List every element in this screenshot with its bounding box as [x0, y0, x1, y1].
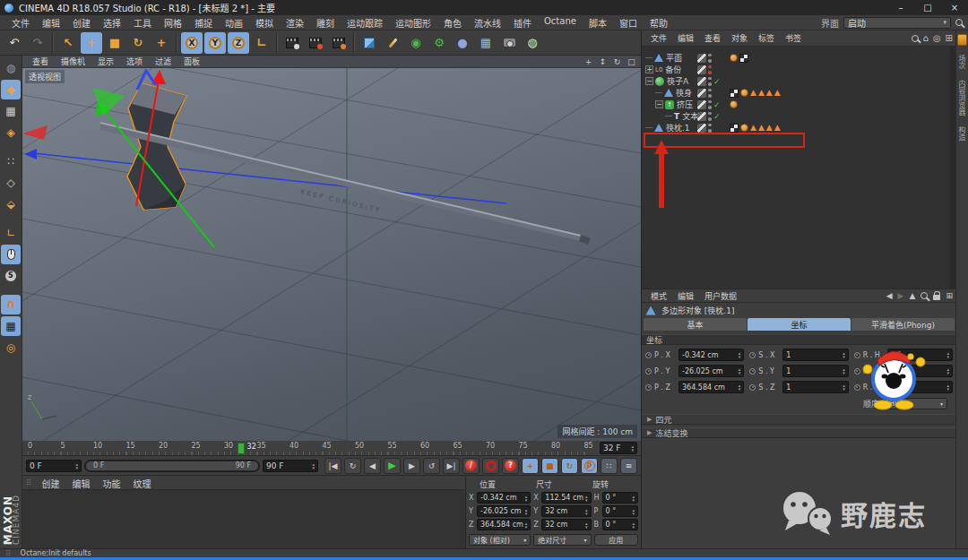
polygons-mode-icon[interactable]: ⬙ — [1, 194, 21, 214]
texture-tag-icon[interactable] — [730, 89, 739, 98]
spinner-icon[interactable]: ▴▾ — [737, 367, 741, 375]
menubar-item-7[interactable]: 动画 — [219, 16, 249, 30]
value-field[interactable]: -0.342 cm▴▾ — [678, 349, 744, 361]
menubar-item-19[interactable]: 帮助 — [644, 16, 674, 30]
tree-item-3[interactable]: 筷身▲▲▲▲ — [642, 87, 956, 99]
edit-tag-icon[interactable] — [697, 100, 706, 109]
keyframe-dot-icon[interactable] — [749, 368, 756, 375]
workplane-lock-icon[interactable]: ▦ — [1, 316, 21, 336]
lock-icon[interactable] — [933, 295, 940, 300]
viewport-menu-item-1[interactable]: 摄像机 — [55, 56, 91, 67]
value-field[interactable]: 0 °▴▾ — [602, 505, 638, 517]
home-icon[interactable]: ⌂ — [923, 33, 929, 43]
menubar-item-4[interactable]: 工具 — [127, 16, 158, 30]
attribute-tab-0[interactable]: 基本 — [644, 318, 747, 331]
spinner-icon[interactable]: ▴▾ — [523, 521, 528, 529]
undo-icon[interactable]: ↶ — [4, 32, 25, 54]
search-icon[interactable] — [912, 35, 919, 42]
viewport-solo-icon[interactable]: S — [1, 266, 21, 286]
record-keyframe-button[interactable]: / — [462, 458, 480, 474]
object-manager-menu-item-0[interactable]: 文件 — [645, 32, 672, 44]
render-settings-icon[interactable] — [328, 32, 350, 54]
attribute-tab-2[interactable]: 平滑着色(Phong) — [851, 318, 955, 331]
render-view-icon[interactable] — [281, 32, 303, 54]
add-camera-icon[interactable] — [498, 32, 520, 54]
collapsed-section-1[interactable]: ▶冻结变换 — [642, 427, 956, 438]
selection-tag-icon[interactable]: ▲ — [766, 89, 773, 97]
selection-tag-icon[interactable]: ▲ — [758, 124, 765, 132]
last-tool-icon[interactable]: + — [151, 32, 172, 54]
spinner-icon[interactable]: ▴▾ — [945, 367, 949, 375]
enabled-check-icon[interactable]: ✓ — [713, 112, 721, 121]
spinner-icon[interactable]: ▴▾ — [737, 383, 741, 391]
value-field[interactable]: 364.584 cm▴▾ — [477, 519, 531, 530]
menubar-item-0[interactable]: 文件 — [5, 16, 36, 30]
viewport-menu-item-5[interactable]: 面板 — [177, 56, 206, 67]
workplane-mode-icon[interactable]: ◈ — [1, 123, 21, 142]
menubar-item-3[interactable]: 选择 — [97, 16, 127, 30]
texture-tag-icon[interactable] — [739, 54, 748, 63]
viewport-menu-item-0[interactable]: 查看 — [26, 56, 55, 67]
interface-select[interactable]: 启动 ▾ — [843, 17, 951, 29]
goto-start-button[interactable]: |◀ — [324, 458, 341, 474]
material-menu-item-1[interactable]: 编辑 — [66, 477, 97, 490]
selection-tag-icon[interactable]: ▲ — [750, 89, 756, 97]
visibility-dots-icon[interactable] — [708, 100, 712, 109]
rotate-tool-icon[interactable]: ↻ — [127, 32, 149, 54]
attribute-tab-1[interactable]: 坐标 — [748, 318, 851, 331]
menubar-item-14[interactable]: 流水线 — [468, 16, 507, 30]
attribute-menu-item-1[interactable]: 编辑 — [672, 290, 699, 302]
current-frame-field[interactable]: 32 F ▴▾ — [600, 442, 637, 454]
expand-toggle-icon[interactable]: − — [645, 77, 653, 85]
minimize-button[interactable]: – — [887, 0, 914, 15]
edit-tag-icon[interactable] — [697, 112, 706, 121]
enabled-check-icon[interactable]: ✓ — [713, 100, 721, 109]
viewport-canvas[interactable]: KEEP CURIOSITY z 透视视图 网格间距 : 100 cm — [22, 68, 641, 441]
selection-tag-icon[interactable]: ▲ — [774, 124, 781, 132]
edit-tag-icon[interactable] — [697, 65, 706, 74]
redo-icon[interactable]: ↷ — [27, 32, 48, 54]
enabled-check-icon[interactable]: ✓ — [713, 77, 721, 86]
keyframe-selection-button[interactable]: ? — [502, 458, 519, 474]
menubar-item-11[interactable]: 运动跟踪 — [341, 16, 389, 30]
menubar-item-10[interactable]: 雕刻 — [310, 16, 341, 30]
history-forward-icon[interactable]: ▶ — [898, 291, 904, 300]
edges-mode-icon[interactable]: ◇ — [1, 173, 21, 193]
tree-item-5[interactable]: T文本✓ — [642, 110, 956, 122]
menubar-item-9[interactable]: 渲染 — [280, 16, 310, 30]
frame-range-slider[interactable]: 0 F 90 F — [84, 460, 260, 472]
play-forward-button[interactable]: ▶ — [384, 458, 401, 474]
edit-tag-icon[interactable] — [697, 124, 706, 133]
keyframe-dot-icon[interactable] — [645, 384, 652, 391]
x-axis-lock-icon[interactable]: X — [181, 32, 203, 54]
object-manager-menu-item-4[interactable]: 标签 — [753, 32, 780, 44]
phong-tag-icon[interactable] — [730, 54, 738, 62]
key-parameter-button[interactable]: P — [581, 458, 598, 474]
snap-icon[interactable]: ∪ — [1, 295, 21, 314]
search-icon[interactable] — [920, 292, 928, 299]
material-menu-item-0[interactable]: 创建 — [36, 477, 66, 490]
add-icon[interactable]: ⊞ — [946, 33, 953, 43]
menubar-item-8[interactable]: 模拟 — [249, 16, 280, 30]
dock-tab-1[interactable]: 内容浏览器 — [956, 75, 966, 120]
menubar-item-2[interactable]: 创建 — [66, 16, 97, 30]
scale-tool-icon[interactable]: ■ — [104, 32, 125, 54]
render-picture-viewer-icon[interactable] — [305, 32, 326, 54]
phong-tag-icon[interactable] — [740, 124, 748, 132]
previous-frame-button[interactable]: ◀ — [364, 458, 381, 474]
view-rotate-icon[interactable]: ↻ — [611, 56, 623, 67]
y-axis-lock-icon[interactable]: Y — [204, 32, 226, 54]
spinner-icon[interactable]: ▴▾ — [629, 444, 634, 452]
view-pan-icon[interactable]: + — [583, 56, 594, 67]
keyframe-dot-icon[interactable] — [749, 384, 756, 391]
spinner-icon[interactable]: ▴▾ — [945, 383, 949, 391]
autokeying-button[interactable] — [482, 458, 499, 474]
attribute-menu-item-0[interactable]: 模式 — [645, 290, 672, 302]
mode-select[interactable]: 对象 (相对)▾ — [469, 534, 531, 546]
layout-icon[interactable] — [957, 34, 967, 46]
value-field[interactable]: 32 cm▴▾ — [541, 519, 591, 530]
viewport-menu-item-3[interactable]: 选项 — [120, 56, 149, 67]
tree-item-0[interactable]: 平面 — [642, 52, 956, 64]
maximize-button[interactable]: □ — [914, 0, 941, 15]
dopesheet-button[interactable]: ≡ — [620, 458, 637, 474]
